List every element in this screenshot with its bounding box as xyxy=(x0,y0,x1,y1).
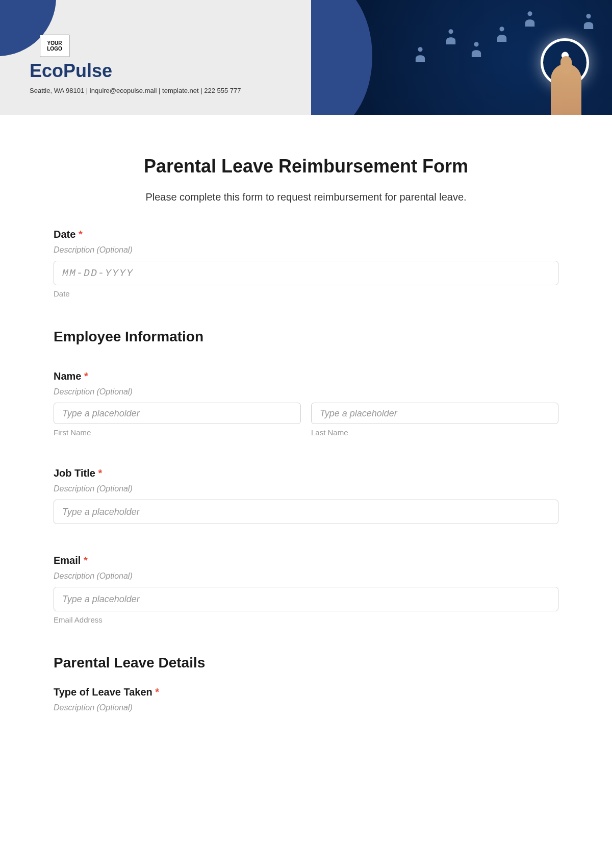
email-sublabel: Email Address xyxy=(54,615,558,624)
person-icon xyxy=(444,28,458,44)
required-asterisk: * xyxy=(98,467,102,479)
last-name-input[interactable] xyxy=(311,403,558,424)
date-field-group: Date * Description (Optional) Date xyxy=(54,229,558,298)
name-label: Name * xyxy=(54,370,558,382)
date-input[interactable] xyxy=(54,261,558,285)
form-subtitle: Please complete this form to request rei… xyxy=(54,191,558,203)
leave-type-label: Type of Leave Taken * xyxy=(54,686,558,698)
pointing-finger xyxy=(551,64,581,115)
person-icon xyxy=(581,13,596,29)
name-field-group: Name * Description (Optional) First Name… xyxy=(54,370,558,437)
svg-point-2 xyxy=(474,42,478,46)
header-banner: YOUR LOGO EcoPulse Seattle, WA 98101 | i… xyxy=(0,0,612,115)
person-icon xyxy=(495,26,509,42)
name-description: Description (Optional) xyxy=(54,387,558,396)
person-icon xyxy=(469,41,483,57)
svg-point-4 xyxy=(527,11,532,16)
job-title-input[interactable] xyxy=(54,500,558,524)
form-content: Parental Leave Reimbursement Form Please… xyxy=(0,115,612,749)
last-name-sublabel: Last Name xyxy=(311,428,558,437)
required-asterisk: * xyxy=(84,555,88,566)
job-title-description: Description (Optional) xyxy=(54,484,558,493)
person-icon xyxy=(413,46,427,62)
svg-point-1 xyxy=(448,29,453,34)
first-name-input[interactable] xyxy=(54,403,301,424)
svg-point-0 xyxy=(418,47,422,52)
email-description: Description (Optional) xyxy=(54,572,558,581)
logo-placeholder: YOUR LOGO xyxy=(40,35,69,57)
employee-info-section-title: Employee Information xyxy=(54,329,558,345)
required-asterisk: * xyxy=(155,686,159,698)
first-name-sublabel: First Name xyxy=(54,428,301,437)
job-title-label: Job Title * xyxy=(54,467,558,479)
parental-leave-section-title: Parental Leave Details xyxy=(54,655,558,671)
job-title-field-group: Job Title * Description (Optional) xyxy=(54,467,558,524)
svg-point-3 xyxy=(499,27,504,31)
form-title: Parental Leave Reimbursement Form xyxy=(54,156,558,177)
date-sublabel: Date xyxy=(54,289,558,298)
company-name: EcoPulse xyxy=(30,60,112,82)
email-field-group: Email * Description (Optional) Email Add… xyxy=(54,555,558,624)
date-description: Description (Optional) xyxy=(54,245,558,255)
svg-point-5 xyxy=(586,14,591,18)
required-asterisk: * xyxy=(84,370,88,382)
header-graphic xyxy=(311,0,612,115)
leave-type-field-group: Type of Leave Taken * Description (Optio… xyxy=(54,686,558,712)
required-asterisk: * xyxy=(79,229,83,240)
email-label: Email * xyxy=(54,555,558,566)
person-icon xyxy=(523,10,537,27)
email-input[interactable] xyxy=(54,587,558,611)
leave-type-description: Description (Optional) xyxy=(54,703,558,712)
date-label: Date * xyxy=(54,229,558,240)
company-contact-info: Seattle, WA 98101 | inquire@ecopulse.mai… xyxy=(30,87,241,94)
